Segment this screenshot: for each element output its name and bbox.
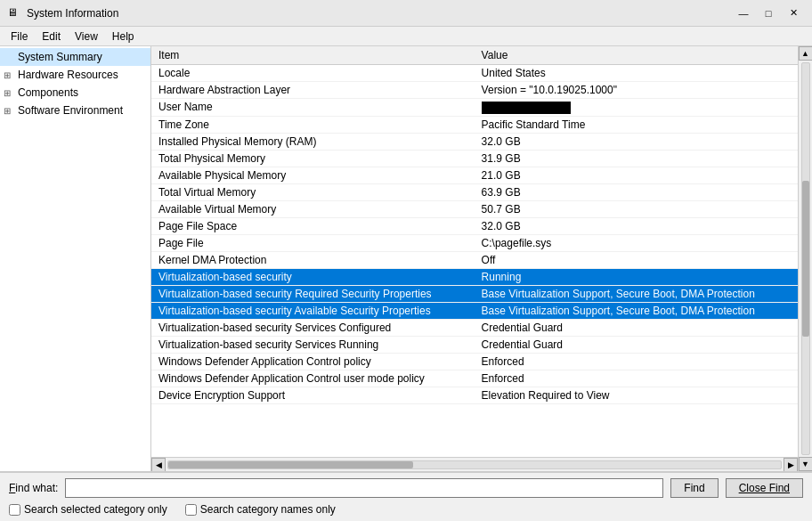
options-row: Search selected category only Search cat… bbox=[9, 503, 803, 516]
table-cell-item: Page File bbox=[151, 234, 475, 251]
main-area: System Summary ⊞ Hardware Resources ⊞ Co… bbox=[0, 46, 812, 472]
search-selected-category-checkbox[interactable]: Search selected category only bbox=[9, 503, 167, 516]
table-cell-item: Time Zone bbox=[151, 116, 475, 133]
table-cell-value: 21.0 GB bbox=[475, 167, 798, 183]
table-cell-value: Version = "10.0.19025.1000" bbox=[475, 82, 798, 99]
info-table: Item Value LocaleUnited StatesHardware A… bbox=[151, 46, 798, 404]
menu-edit[interactable]: Edit bbox=[35, 27, 68, 45]
table-cell-item: Windows Defender Application Control pol… bbox=[151, 353, 475, 370]
table-row[interactable]: Page FileC:\pagefile.sys bbox=[151, 234, 798, 251]
table-cell-item: Virtualization-based security Required S… bbox=[151, 285, 475, 302]
h-scroll-track[interactable] bbox=[167, 460, 782, 469]
table-row[interactable]: Installed Physical Memory (RAM)32.0 GB bbox=[151, 133, 798, 150]
content-area: Item Value LocaleUnited StatesHardware A… bbox=[151, 46, 798, 471]
find-row: Find what: Find Close Find bbox=[9, 478, 803, 498]
table-row[interactable]: Device Encryption SupportElevation Requi… bbox=[151, 387, 798, 403]
table-cell-value: Enforced bbox=[475, 370, 798, 387]
table-row[interactable]: Windows Defender Application Control pol… bbox=[151, 353, 798, 370]
expander-icon-comp: ⊞ bbox=[4, 88, 18, 98]
table-cell-item: Locale bbox=[151, 65, 475, 82]
table-cell-value: United States bbox=[475, 65, 798, 82]
table-cell-value: Base Virtualization Support, Secure Boot… bbox=[475, 302, 798, 319]
col-header-item: Item bbox=[151, 46, 475, 65]
table-cell-value: 32.0 GB bbox=[475, 133, 798, 150]
table-cell-item: Installed Physical Memory (RAM) bbox=[151, 133, 475, 150]
table-row[interactable]: Virtualization-based security Services C… bbox=[151, 319, 798, 336]
table-row[interactable]: Page File Space32.0 GB bbox=[151, 217, 798, 234]
sidebar-item-system-summary[interactable]: System Summary bbox=[0, 48, 150, 66]
table-row[interactable]: LocaleUnited States bbox=[151, 65, 798, 82]
sidebar-label-system-summary: System Summary bbox=[18, 51, 102, 63]
window-controls: — □ ✕ bbox=[732, 4, 805, 22]
table-cell-item: Kernel DMA Protection bbox=[151, 251, 475, 268]
maximize-button[interactable]: □ bbox=[757, 4, 780, 22]
sidebar-item-hardware-resources[interactable]: ⊞ Hardware Resources bbox=[0, 66, 150, 84]
table-row[interactable]: Hardware Abstraction LayerVersion = "10.… bbox=[151, 82, 798, 99]
close-find-button[interactable]: Close Find bbox=[726, 478, 803, 498]
v-scroll-thumb bbox=[802, 181, 809, 338]
table-row[interactable]: Total Physical Memory31.9 GB bbox=[151, 150, 798, 167]
menu-view[interactable]: View bbox=[68, 27, 105, 45]
h-scroll-left-btn[interactable]: ◀ bbox=[151, 458, 166, 472]
h-scroll-right-btn[interactable]: ▶ bbox=[784, 458, 798, 472]
search-category-names-input[interactable] bbox=[185, 504, 197, 516]
data-table[interactable]: Item Value LocaleUnited StatesHardware A… bbox=[151, 46, 798, 457]
title-bar: 🖥 System Information — □ ✕ bbox=[0, 0, 812, 27]
table-cell-item: Page File Space bbox=[151, 217, 475, 234]
table-cell-value: Running bbox=[475, 268, 798, 285]
sidebar-item-components[interactable]: ⊞ Components bbox=[0, 84, 150, 102]
table-cell-value: Enforced bbox=[475, 353, 798, 370]
table-row[interactable]: Windows Defender Application Control use… bbox=[151, 370, 798, 387]
search-selected-category-input[interactable] bbox=[9, 504, 20, 516]
table-row[interactable]: Virtualization-based securityRunning bbox=[151, 268, 798, 285]
horizontal-scrollbar[interactable]: ◀ ▶ bbox=[151, 457, 798, 471]
vertical-scrollbar[interactable]: ▲ ▼ bbox=[798, 46, 812, 471]
sidebar-item-software-environment[interactable]: ⊞ Software Environment bbox=[0, 102, 150, 119]
table-cell-item: Virtualization-based security Available … bbox=[151, 302, 475, 319]
menu-help[interactable]: Help bbox=[105, 27, 142, 45]
table-row[interactable]: User Name bbox=[151, 99, 798, 117]
table-cell-value: Credential Guard bbox=[475, 319, 798, 336]
search-category-names-checkbox[interactable]: Search category names only bbox=[185, 503, 336, 516]
table-cell-value: 50.7 GB bbox=[475, 200, 798, 217]
col-header-value: Value bbox=[475, 46, 798, 65]
v-scroll-up-btn[interactable]: ▲ bbox=[799, 46, 813, 61]
table-cell-item: Total Virtual Memory bbox=[151, 183, 475, 200]
table-cell-item: Virtualization-based security bbox=[151, 268, 475, 285]
table-cell-value: Base Virtualization Support, Secure Boot… bbox=[475, 285, 798, 302]
table-row[interactable]: Kernel DMA ProtectionOff bbox=[151, 251, 798, 268]
find-button[interactable]: Find bbox=[670, 478, 718, 498]
close-button[interactable]: ✕ bbox=[782, 4, 805, 22]
table-cell-item: Windows Defender Application Control use… bbox=[151, 370, 475, 387]
minimize-button[interactable]: — bbox=[732, 4, 755, 22]
search-category-names-label: Search category names only bbox=[200, 503, 336, 516]
search-selected-category-label: Search selected category only bbox=[24, 503, 167, 516]
table-row[interactable]: Total Virtual Memory63.9 GB bbox=[151, 183, 798, 200]
table-row[interactable]: Virtualization-based security Required S… bbox=[151, 285, 798, 302]
v-scroll-down-btn[interactable]: ▼ bbox=[799, 457, 813, 471]
h-scroll-thumb bbox=[168, 461, 413, 468]
app-icon: 🖥 bbox=[7, 6, 21, 20]
table-cell-value bbox=[475, 99, 798, 117]
sidebar-label-hardware-resources: Hardware Resources bbox=[18, 69, 118, 81]
table-cell-item: Device Encryption Support bbox=[151, 387, 475, 403]
v-scroll-track[interactable] bbox=[801, 62, 810, 455]
menu-file[interactable]: File bbox=[4, 27, 35, 45]
table-cell-item: Total Physical Memory bbox=[151, 150, 475, 167]
table-cell-item: Hardware Abstraction Layer bbox=[151, 82, 475, 99]
table-cell-value: Elevation Required to View bbox=[475, 387, 798, 403]
table-row[interactable]: Time ZonePacific Standard Time bbox=[151, 116, 798, 133]
table-cell-value: 31.9 GB bbox=[475, 150, 798, 167]
window-title: System Information bbox=[27, 7, 732, 20]
find-label: Find what: bbox=[9, 482, 58, 494]
table-row[interactable]: Virtualization-based security Services R… bbox=[151, 336, 798, 353]
table-cell-item: Available Virtual Memory bbox=[151, 200, 475, 217]
bottom-panel: Find what: Find Close Find Search select… bbox=[0, 472, 812, 521]
menu-bar: File Edit View Help bbox=[0, 27, 812, 46]
table-row[interactable]: Available Physical Memory21.0 GB bbox=[151, 167, 798, 183]
table-row[interactable]: Virtualization-based security Available … bbox=[151, 302, 798, 319]
find-input[interactable] bbox=[65, 478, 663, 498]
sidebar-label-components: Components bbox=[18, 86, 78, 99]
table-row[interactable]: Available Virtual Memory50.7 GB bbox=[151, 200, 798, 217]
sidebar: System Summary ⊞ Hardware Resources ⊞ Co… bbox=[0, 46, 151, 471]
